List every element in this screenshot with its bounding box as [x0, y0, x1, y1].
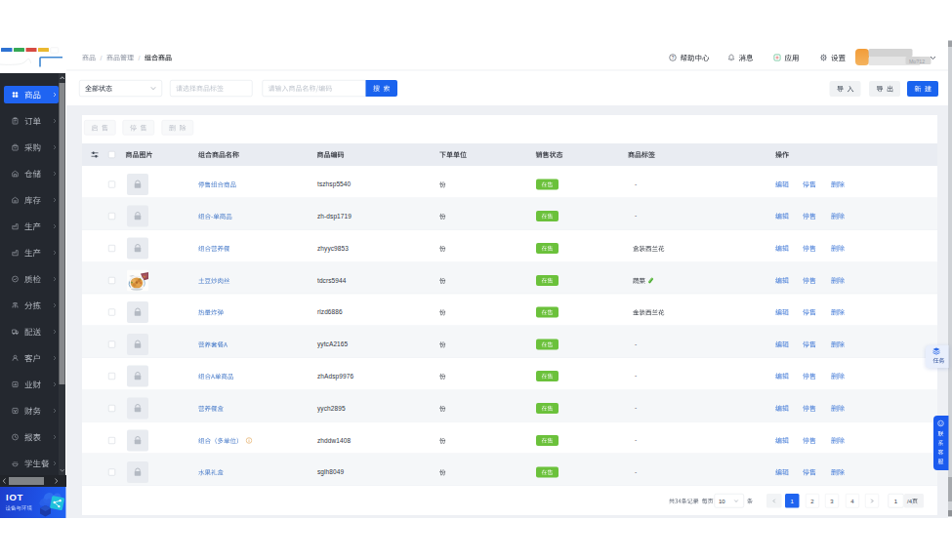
- svg-text:?: ?: [672, 56, 675, 60]
